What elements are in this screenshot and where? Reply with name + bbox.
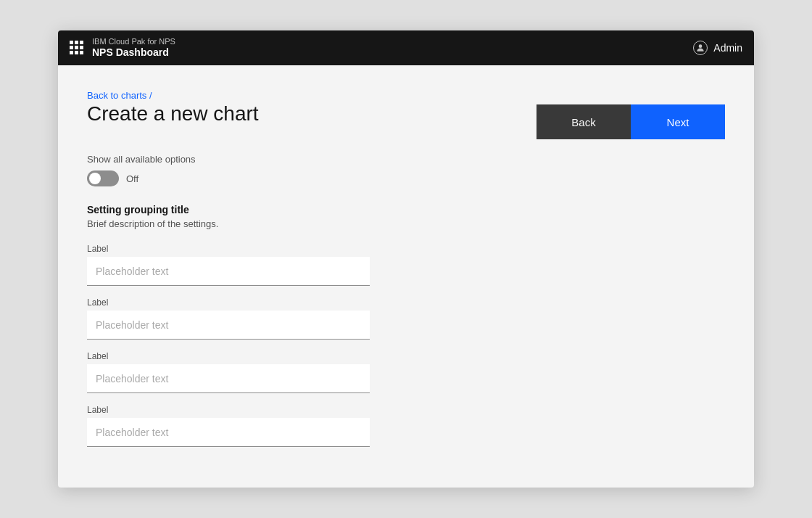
grid-dot: [80, 41, 83, 44]
user-icon: [693, 41, 708, 55]
toggle-thumb: [89, 173, 101, 184]
field-label-1: Label: [87, 244, 725, 254]
settings-section: Setting grouping title Brief description…: [87, 204, 725, 447]
svg-point-0: [699, 44, 703, 48]
grid-dot: [75, 41, 78, 44]
form-field-3: Label: [87, 351, 725, 393]
grid-dot: [70, 46, 73, 49]
admin-label: Admin: [713, 42, 742, 54]
form-fields-container: LabelLabelLabelLabel: [87, 244, 725, 447]
field-input-1[interactable]: [87, 257, 370, 286]
topbar: IBM Cloud Pak for NPS NPS Dashboard Admi…: [58, 30, 754, 65]
app-subtitle: IBM Cloud Pak for NPS: [92, 37, 175, 46]
settings-group-title: Setting grouping title: [87, 204, 725, 215]
page-header: Create a new chart Back Next: [87, 102, 725, 139]
next-button[interactable]: Next: [631, 104, 725, 139]
field-input-4[interactable]: [87, 418, 370, 447]
field-input-3[interactable]: [87, 364, 370, 393]
back-button[interactable]: Back: [536, 104, 631, 139]
app-title-group: IBM Cloud Pak for NPS NPS Dashboard: [92, 37, 175, 59]
field-input-2[interactable]: [87, 311, 370, 340]
app-title: NPS Dashboard: [92, 46, 175, 59]
topbar-left: IBM Cloud Pak for NPS NPS Dashboard: [70, 37, 175, 59]
settings-group-desc: Brief description of the settings.: [87, 218, 725, 229]
field-label-3: Label: [87, 351, 725, 361]
form-field-2: Label: [87, 297, 725, 340]
form-field-1: Label: [87, 244, 725, 286]
main-content: Back to charts / Create a new chart Back…: [58, 65, 754, 488]
grid-dot: [80, 46, 83, 49]
grid-dot: [75, 46, 78, 49]
grid-dot: [70, 41, 73, 44]
breadcrumb[interactable]: Back to charts /: [87, 90, 152, 101]
grid-dot: [75, 51, 78, 54]
app-window: IBM Cloud Pak for NPS NPS Dashboard Admi…: [58, 30, 754, 488]
grid-icon[interactable]: [70, 41, 83, 54]
toggle-row: Off: [87, 170, 725, 186]
form-field-4: Label: [87, 405, 725, 447]
toggle-section: Show all available options Off: [87, 154, 725, 186]
user-menu[interactable]: Admin: [693, 41, 742, 55]
show-options-toggle[interactable]: [87, 170, 119, 186]
toggle-description: Show all available options: [87, 154, 725, 165]
field-label-4: Label: [87, 405, 725, 415]
grid-dot: [70, 51, 73, 54]
field-label-2: Label: [87, 297, 725, 308]
button-group: Back Next: [536, 104, 725, 139]
toggle-state-label: Off: [126, 173, 138, 184]
toggle-track: [87, 170, 119, 186]
page-title: Create a new chart: [87, 102, 259, 126]
grid-dot: [80, 51, 83, 54]
